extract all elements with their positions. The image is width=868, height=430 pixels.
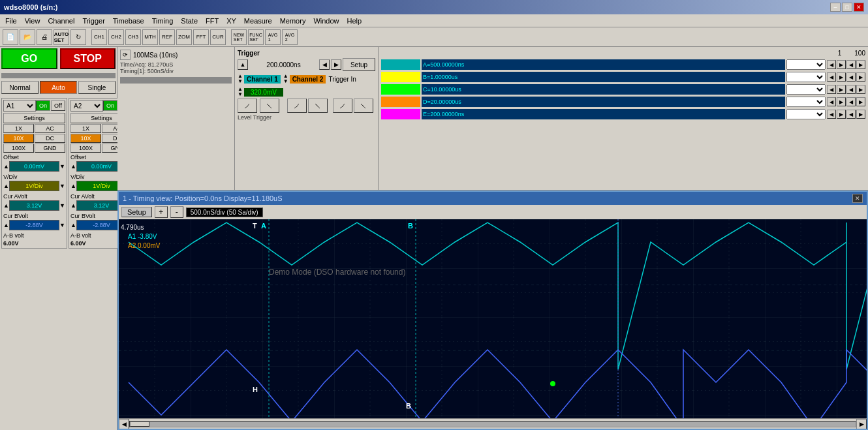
- new-set-icon[interactable]: NEWSET: [231, 29, 247, 45]
- menu-help[interactable]: Help: [343, 16, 366, 26]
- ch-a1-settings-button[interactable]: Settings: [3, 113, 65, 123]
- auto-mode-button[interactable]: Auto: [40, 81, 77, 94]
- edge-either-falling-btn[interactable]: ⟍: [308, 99, 328, 113]
- ch-a1-curavolt-down[interactable]: ▼: [59, 202, 65, 209]
- ch-a2-1x-button[interactable]: 1X: [70, 124, 101, 133]
- trigger-time-up[interactable]: ▲: [238, 59, 248, 70]
- ch-a1-vdiv-up[interactable]: ▲: [3, 183, 9, 189]
- ch-a1-select[interactable]: A1: [3, 100, 36, 112]
- edge-pulse-falling-btn[interactable]: ⟍: [354, 99, 373, 113]
- menu-measure[interactable]: Measure: [240, 16, 276, 26]
- timing-e-right[interactable]: ▶: [837, 110, 846, 119]
- math-icon[interactable]: MTH: [142, 29, 158, 45]
- cursor-icon[interactable]: CUR: [210, 29, 226, 45]
- timing-c-extra1[interactable]: ◀: [846, 85, 856, 94]
- timing-a-left[interactable]: ◀: [827, 60, 836, 69]
- timing-select-e[interactable]: [786, 109, 826, 119]
- trigger-ch1-down[interactable]: ▼: [238, 79, 243, 84]
- trigger-ch2-down[interactable]: ▼: [283, 79, 288, 84]
- func-set-icon[interactable]: FUNCSET: [248, 29, 264, 45]
- zoom-icon[interactable]: ZOM: [176, 29, 192, 45]
- timing-d-extra2[interactable]: ▶: [856, 97, 865, 106]
- ch-a1-10x-button[interactable]: 10X: [3, 134, 34, 143]
- menu-fft[interactable]: FFT: [202, 16, 223, 26]
- menu-state[interactable]: State: [177, 16, 202, 26]
- trigger-time-left[interactable]: ◀: [319, 59, 330, 70]
- ch-a1-offset-up[interactable]: ▲: [3, 163, 9, 170]
- single-mode-button[interactable]: Single: [78, 81, 116, 94]
- timing-a-extra1[interactable]: ◀: [846, 60, 856, 69]
- timing-e-left[interactable]: ◀: [827, 110, 836, 119]
- run-icon[interactable]: ↻: [70, 29, 86, 45]
- edge-either-rising-btn[interactable]: ⟋: [287, 99, 307, 113]
- ch2-icon[interactable]: CH2: [108, 29, 124, 45]
- menu-channel[interactable]: Channel: [44, 16, 78, 26]
- timing-select-b[interactable]: [786, 72, 826, 82]
- trigger-channel2-label[interactable]: Channel 2: [290, 75, 326, 84]
- timing-c-extra2[interactable]: ▶: [856, 85, 865, 94]
- timing-b-extra1[interactable]: ◀: [846, 72, 856, 82]
- open-icon[interactable]: 📂: [20, 29, 35, 45]
- stop-button[interactable]: STOP: [60, 48, 116, 69]
- ch-a1-curbvolt-up[interactable]: ▲: [3, 222, 9, 228]
- menu-window[interactable]: Window: [309, 16, 343, 26]
- scroll-left-button[interactable]: ◀: [119, 419, 129, 429]
- menu-memory[interactable]: Memory: [276, 16, 310, 26]
- timing-select-d[interactable]: [786, 97, 826, 107]
- ch1-icon[interactable]: CH1: [91, 29, 107, 45]
- timebase-icon[interactable]: ⟳: [120, 50, 131, 60]
- ch-a1-offset-down[interactable]: ▼: [59, 163, 65, 170]
- timing-select-a[interactable]: [786, 59, 826, 70]
- menu-trigger[interactable]: Trigger: [78, 16, 108, 26]
- timing-b-right[interactable]: ▶: [837, 72, 846, 82]
- ch-a2-curbvolt-up[interactable]: ▲: [70, 222, 76, 228]
- auto-set-icon[interactable]: AUTOSET: [54, 29, 69, 45]
- avg2-icon[interactable]: AVG2: [282, 29, 298, 45]
- trigger-time-right[interactable]: ▶: [331, 59, 341, 70]
- ch-a1-curbvolt-down[interactable]: ▼: [59, 222, 65, 228]
- timing-b-extra2[interactable]: ▶: [856, 72, 865, 82]
- menu-xy[interactable]: XY: [223, 16, 240, 26]
- timing-select-c[interactable]: [786, 84, 826, 95]
- timing-d-left[interactable]: ◀: [827, 97, 836, 106]
- timing-a-extra2[interactable]: ▶: [856, 60, 865, 69]
- scope-zoom-in-button[interactable]: +: [155, 206, 168, 218]
- print-icon[interactable]: 🖨: [37, 29, 52, 45]
- ch-a1-ac-button[interactable]: AC: [35, 124, 65, 133]
- ch-a2-curavolt-up[interactable]: ▲: [70, 202, 76, 209]
- ch-a1-vdiv-down[interactable]: ▼: [59, 183, 65, 189]
- go-button[interactable]: GO: [1, 48, 57, 69]
- scroll-right-button[interactable]: ▶: [856, 419, 867, 429]
- ref-icon[interactable]: REF: [159, 29, 175, 45]
- trigger-setup-button[interactable]: Setup: [343, 58, 375, 71]
- timing-d-extra1[interactable]: ◀: [846, 97, 856, 106]
- ch-a2-offset-up[interactable]: ▲: [70, 163, 76, 170]
- ch-a1-on-button[interactable]: On: [36, 100, 50, 111]
- edge-pulse-rising-btn[interactable]: ⟋: [333, 99, 352, 113]
- ch-a1-1x-button[interactable]: 1X: [3, 124, 34, 133]
- timebase-slider[interactable]: [120, 77, 232, 84]
- scrollbar-thumb[interactable]: [130, 422, 149, 427]
- timing-d-right[interactable]: ▶: [837, 97, 846, 106]
- menu-file[interactable]: File: [1, 16, 21, 26]
- timing-c-left[interactable]: ◀: [827, 85, 836, 94]
- normal-mode-button[interactable]: Normal: [1, 81, 39, 94]
- ch-a1-100x-button[interactable]: 100X: [3, 144, 34, 153]
- scope-zoom-out-button[interactable]: -: [170, 206, 183, 218]
- menu-timing[interactable]: Timing: [148, 16, 178, 26]
- edge-rising-btn[interactable]: ⟋: [238, 99, 257, 113]
- edge-falling-btn[interactable]: ⟍: [260, 99, 279, 113]
- ch-a2-10x-button[interactable]: 10X: [70, 134, 101, 143]
- ch-a2-select[interactable]: A2: [70, 100, 103, 112]
- menu-view[interactable]: View: [21, 16, 44, 26]
- menu-timebase[interactable]: Timebase: [109, 16, 148, 26]
- scope-close-button[interactable]: ✕: [852, 194, 863, 203]
- ch-a1-dc-button[interactable]: DC: [35, 134, 65, 143]
- trigger-level-down[interactable]: ▼: [238, 92, 243, 97]
- new-file-icon[interactable]: 📄: [3, 29, 18, 45]
- scope-setup-button[interactable]: Setup: [121, 207, 152, 217]
- trigger-channel1-label[interactable]: Channel 1: [244, 75, 281, 84]
- close-button[interactable]: ✕: [854, 3, 864, 12]
- timing-a-right[interactable]: ▶: [837, 60, 846, 69]
- minimize-button[interactable]: –: [830, 3, 841, 12]
